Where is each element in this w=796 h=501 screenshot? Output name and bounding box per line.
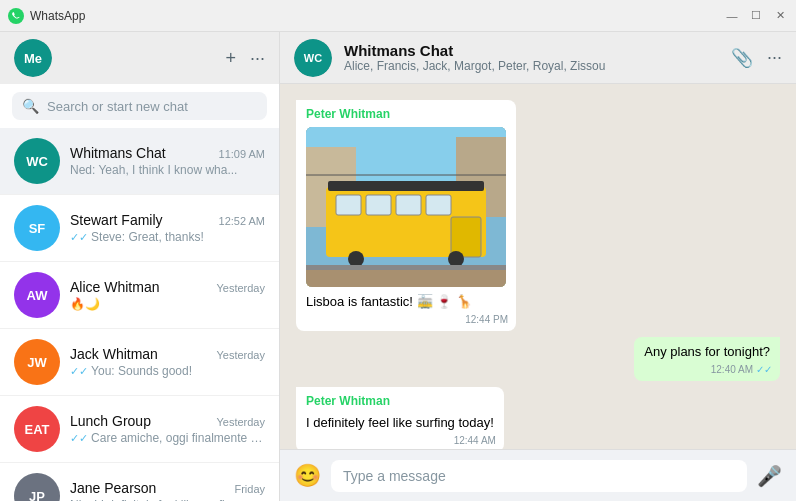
title-bar: WhatsApp — ☐ ✕	[0, 0, 796, 32]
svg-rect-7	[366, 195, 391, 215]
chat-header-info: Whitmans Chat Alice, Francis, Jack, Marg…	[344, 42, 719, 73]
chat-header-avatar: WC	[294, 39, 332, 77]
chat-list-item-whitmans[interactable]: WC Whitmans Chat 11:09 AM Ned: Yeah, I t…	[0, 128, 279, 195]
chat-info: Jane Pearson Friday Nice! I definitely f…	[70, 480, 265, 501]
chat-list: WC Whitmans Chat 11:09 AM Ned: Yeah, I t…	[0, 128, 279, 501]
svg-rect-16	[306, 270, 506, 287]
chat-preview: ✓✓ Care amiche, oggi finalmente posso	[70, 431, 265, 445]
menu-icon[interactable]: ···	[250, 48, 265, 69]
maximize-button[interactable]: ☐	[748, 8, 764, 24]
message-input[interactable]	[331, 460, 747, 492]
chat-avatar: JP	[14, 473, 60, 501]
emoji-button[interactable]: 😊	[294, 463, 321, 489]
search-icon: 🔍	[22, 98, 39, 114]
chat-time: 12:52 AM	[219, 215, 265, 227]
svg-rect-10	[451, 217, 481, 257]
whatsapp-logo-icon	[8, 8, 24, 24]
chat-info-top: Jack Whitman Yesterday	[70, 346, 265, 362]
message-time: 12:44 PM	[465, 313, 508, 327]
chat-time: Yesterday	[216, 282, 265, 294]
search-input-wrap: 🔍	[12, 92, 267, 120]
chat-info-top: Alice Whitman Yesterday	[70, 279, 265, 295]
chat-menu-icon[interactable]: ···	[767, 47, 782, 69]
chat-name: Jack Whitman	[70, 346, 158, 362]
message-text: I definitely feel like surfing today!	[306, 415, 494, 430]
chat-info-top: Jane Pearson Friday	[70, 480, 265, 496]
chat-list-item-alice[interactable]: AW Alice Whitman Yesterday 🔥🌙	[0, 262, 279, 329]
svg-point-13	[348, 251, 364, 267]
chat-header-name: Whitmans Chat	[344, 42, 719, 59]
chat-name: Stewart Family	[70, 212, 163, 228]
message-group-2: Any plans for tonight?12:40 AM ✓✓	[296, 337, 780, 381]
search-input[interactable]	[47, 99, 257, 114]
message-group-1: Peter Whitman	[296, 100, 780, 331]
app-title: WhatsApp	[30, 9, 85, 23]
svg-point-14	[448, 251, 464, 267]
chat-info: Lunch Group Yesterday ✓✓ Care amiche, og…	[70, 413, 265, 445]
close-button[interactable]: ✕	[772, 8, 788, 24]
chat-preview: ✓✓ You: Sounds good!	[70, 364, 265, 378]
chat-list-item-lunch[interactable]: EAT Lunch Group Yesterday ✓✓ Care amiche…	[0, 396, 279, 463]
chat-info: Stewart Family 12:52 AM ✓✓ Steve: Great,…	[70, 212, 265, 244]
chat-area: WC Whitmans Chat Alice, Francis, Jack, M…	[280, 32, 796, 501]
minimize-button[interactable]: —	[724, 8, 740, 24]
chat-info-top: Whitmans Chat 11:09 AM	[70, 145, 265, 161]
new-chat-icon[interactable]: +	[225, 48, 236, 69]
chat-time: Yesterday	[216, 416, 265, 428]
chat-avatar: AW	[14, 272, 60, 318]
mic-button[interactable]: 🎤	[757, 464, 782, 488]
user-avatar[interactable]: Me	[14, 39, 52, 77]
chat-info: Whitmans Chat 11:09 AM Ned: Yeah, I thin…	[70, 145, 265, 177]
chat-name: Lunch Group	[70, 413, 151, 429]
chat-header-icons: 📎 ···	[731, 47, 782, 69]
chat-time: 11:09 AM	[219, 148, 265, 160]
svg-rect-15	[306, 265, 506, 270]
chat-header-members: Alice, Francis, Jack, Margot, Peter, Roy…	[344, 59, 719, 73]
svg-rect-9	[426, 195, 451, 215]
svg-point-0	[8, 8, 24, 24]
chat-info: Alice Whitman Yesterday 🔥🌙	[70, 279, 265, 311]
title-bar-controls: — ☐ ✕	[724, 8, 788, 24]
chat-info: Jack Whitman Yesterday ✓✓ You: Sounds go…	[70, 346, 265, 378]
message-image	[306, 127, 506, 287]
message-group-3: Peter WhitmanI definitely feel like surf…	[296, 387, 780, 449]
messages-area: Peter Whitman	[280, 84, 796, 449]
chat-time: Yesterday	[216, 349, 265, 361]
chat-input-area: 😊 🎤	[280, 449, 796, 501]
svg-rect-11	[328, 181, 484, 191]
sidebar: Me + ··· 🔍 WC Whitmans Chat 11:09 AM	[0, 32, 280, 501]
title-bar-left: WhatsApp	[8, 8, 85, 24]
app-body: Me + ··· 🔍 WC Whitmans Chat 11:09 AM	[0, 32, 796, 501]
chat-name: Whitmans Chat	[70, 145, 166, 161]
message-bubble: Peter Whitman	[296, 100, 516, 331]
sidebar-header-left: Me	[14, 39, 52, 77]
chat-avatar: JW	[14, 339, 60, 385]
chat-preview: 🔥🌙	[70, 297, 265, 311]
chat-avatar: SF	[14, 205, 60, 251]
chat-list-item-jane[interactable]: JP Jane Pearson Friday Nice! I definitel…	[0, 463, 279, 501]
chat-info-top: Stewart Family 12:52 AM	[70, 212, 265, 228]
message-sender: Peter Whitman	[306, 393, 494, 410]
message-bubble: Any plans for tonight?12:40 AM ✓✓	[634, 337, 780, 381]
sidebar-header-icons: + ···	[225, 48, 265, 69]
chat-avatar: EAT	[14, 406, 60, 452]
attach-icon[interactable]: 📎	[731, 47, 753, 69]
message-text: Lisboa is fantastic! 🚋 🍷 🦒	[306, 294, 472, 309]
message-sender: Peter Whitman	[306, 106, 506, 123]
message-text: Any plans for tonight?	[644, 344, 770, 359]
chat-preview: ✓✓ Steve: Great, thanks!	[70, 230, 265, 244]
message-time: 12:40 AM ✓✓	[711, 363, 772, 377]
svg-rect-8	[396, 195, 421, 215]
tram-image	[306, 127, 506, 287]
chat-info-top: Lunch Group Yesterday	[70, 413, 265, 429]
chat-list-item-jack[interactable]: JW Jack Whitman Yesterday ✓✓ You: Sounds…	[0, 329, 279, 396]
chat-name: Jane Pearson	[70, 480, 156, 496]
chat-header: WC Whitmans Chat Alice, Francis, Jack, M…	[280, 32, 796, 84]
chat-preview: Ned: Yeah, I think I know wha...	[70, 163, 265, 177]
message-bubble: Peter WhitmanI definitely feel like surf…	[296, 387, 504, 449]
svg-rect-6	[336, 195, 361, 215]
chat-time: Friday	[234, 483, 265, 495]
chat-list-item-stewart[interactable]: SF Stewart Family 12:52 AM ✓✓ Steve: Gre…	[0, 195, 279, 262]
search-bar: 🔍	[0, 84, 279, 128]
chat-avatar: WC	[14, 138, 60, 184]
